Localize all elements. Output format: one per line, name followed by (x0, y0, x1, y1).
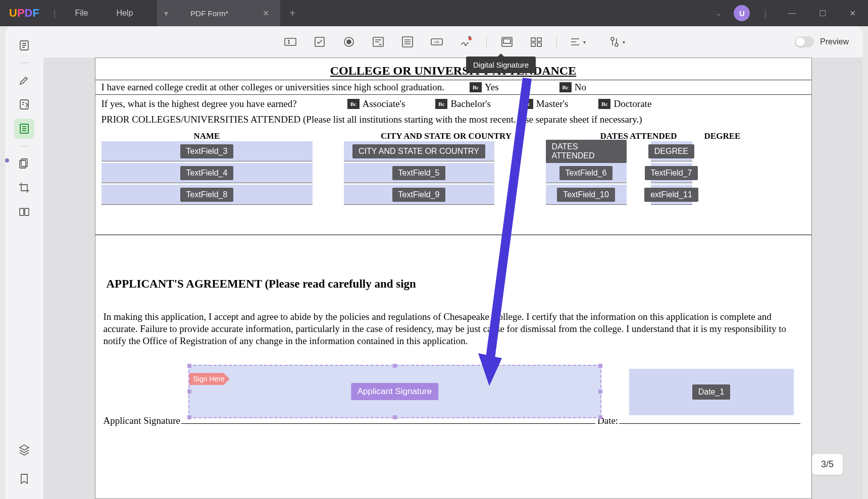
text-field[interactable]: TextField_10 (546, 185, 627, 205)
text-field[interactable]: DATES ATTENDED (546, 141, 627, 161)
text-field[interactable]: DEGREE (651, 141, 692, 161)
svg-rect-5 (20, 208, 24, 215)
text-field-icon[interactable] (281, 33, 299, 51)
checkbox-field[interactable]: Bc (347, 99, 360, 109)
table-header: DEGREE (697, 131, 748, 141)
checkbox-field[interactable]: Bc (559, 82, 572, 92)
left-sidebar (5, 26, 43, 499)
svg-rect-6 (25, 208, 29, 215)
list-box-icon[interactable] (398, 33, 417, 51)
checkbox-field[interactable]: Bc (470, 82, 482, 92)
form-text: I have earned college credit at other co… (101, 82, 445, 93)
form-text: If yes, what is the highest degree you h… (101, 98, 297, 109)
radio-button-icon[interactable] (340, 33, 358, 51)
signature-label: Applicant Signature (104, 415, 181, 426)
tab-dropdown-icon[interactable]: ▾ (164, 9, 168, 18)
bookmark-icon[interactable] (14, 469, 34, 489)
checkbox-field[interactable]: Bc (521, 99, 533, 109)
tooltip-digital-signature: Digital Signature (466, 57, 536, 73)
divider: | (54, 8, 56, 19)
text-field[interactable]: TextField_3 (101, 141, 313, 161)
agreement-body: In making this application, I accept and… (95, 291, 811, 347)
maximize-button[interactable]: ☐ (812, 9, 833, 18)
tools-icon[interactable]: ▾ (607, 33, 626, 51)
pencil-icon[interactable] (14, 70, 34, 90)
text-field[interactable]: TextField_5 (344, 163, 494, 183)
text-field[interactable]: TextField_6 (546, 163, 627, 183)
checkbox-icon[interactable] (311, 33, 329, 51)
text-field[interactable]: TextField_8 (101, 185, 313, 205)
svg-point-22 (611, 37, 614, 40)
date-field[interactable]: Date_1 (629, 369, 794, 415)
option-label: Bachelor's (450, 98, 490, 109)
text-field[interactable]: TextField_4 (101, 163, 313, 183)
svg-rect-17 (503, 39, 510, 43)
page-organize-icon[interactable] (14, 153, 34, 174)
title-bar: UPDF | File Help ▾ PDF Form* ✕ + ⌵ U | —… (0, 0, 868, 26)
close-button[interactable]: ✕ (842, 9, 863, 18)
svg-point-23 (615, 43, 618, 46)
user-avatar[interactable]: U (734, 5, 750, 21)
dropdown-icon[interactable] (369, 33, 387, 51)
option-label: Yes (485, 82, 499, 93)
agreement-header: APPLICANT'S AGREEMENT (Please read caref… (95, 235, 811, 291)
sidebar-indicator-dot (5, 158, 9, 162)
digital-signature-icon[interactable] (457, 33, 475, 51)
align-icon[interactable]: ▾ (568, 33, 586, 51)
compare-icon[interactable] (14, 202, 34, 222)
table-header: CITY AND STATE OR COUNTRY (343, 131, 550, 141)
checkbox-field[interactable]: Bc (435, 99, 447, 109)
layers-icon[interactable] (14, 439, 34, 460)
form-icon[interactable] (14, 119, 34, 139)
option-label: Master's (536, 98, 569, 109)
tab-close-icon[interactable]: ✕ (259, 7, 273, 20)
text-field[interactable]: TextField_7 (651, 163, 692, 183)
svg-text:OK: OK (434, 40, 439, 44)
svg-point-10 (347, 40, 351, 44)
menu-help[interactable]: Help (102, 9, 147, 18)
image-field-icon[interactable] (498, 33, 516, 51)
menu-file[interactable]: File (61, 9, 103, 18)
svg-rect-7 (285, 38, 296, 45)
table-header: NAME (101, 131, 313, 141)
prior-colleges-text: PRIOR COLLEGES/UNIVERSITIES ATTENDED (Pl… (95, 111, 811, 128)
checkbox-field[interactable]: Bc (598, 99, 610, 109)
sign-here-tag: Sign Here (189, 373, 230, 385)
preview-label: Preview (820, 37, 849, 46)
document-viewport[interactable]: COLLEGE OR UNIVERSITY ATTENDANCE I have … (43, 58, 863, 499)
signature-field[interactable]: Sign Here Applicant Signature (188, 365, 601, 418)
divider: | (764, 8, 767, 19)
svg-rect-18 (531, 38, 535, 41)
svg-rect-19 (537, 38, 541, 41)
app-logo: UPDF (0, 7, 48, 20)
minimize-button[interactable]: — (781, 9, 803, 18)
button-icon[interactable]: OK (428, 33, 446, 51)
pdf-page: COLLEGE OR UNIVERSITY ATTENDANCE I have … (95, 58, 812, 499)
form-toolbar: OK ▾ ▾ Preview (43, 26, 863, 58)
preview-toggle[interactable] (795, 36, 814, 47)
text-field[interactable]: CITY AND STATE OR COUNTRY (344, 141, 494, 161)
option-label: No (575, 82, 586, 93)
edit-text-icon[interactable] (14, 94, 34, 115)
crop-icon[interactable] (14, 178, 34, 198)
document-tab[interactable]: ▾ PDF Form* ✕ (157, 0, 280, 26)
tab-title: PDF Form* (190, 9, 228, 18)
text-field[interactable]: extField_11 (651, 185, 692, 205)
svg-rect-20 (531, 43, 535, 46)
chevron-down-icon[interactable]: ⌵ (712, 5, 725, 21)
thumbnail-icon[interactable] (14, 35, 34, 56)
page-indicator[interactable]: 3/5 (812, 454, 843, 475)
option-label: Doctorate (614, 98, 651, 109)
signature-field-label: Applicant Signature (351, 383, 438, 400)
barcode-icon[interactable] (527, 33, 545, 51)
svg-rect-21 (537, 43, 541, 46)
text-field[interactable]: TextField_9 (344, 185, 494, 205)
option-label: Associate's (363, 98, 405, 109)
add-tab-icon[interactable]: + (280, 8, 304, 19)
section-header: COLLEGE OR UNIVERSITY ATTENDANCE (95, 58, 811, 80)
